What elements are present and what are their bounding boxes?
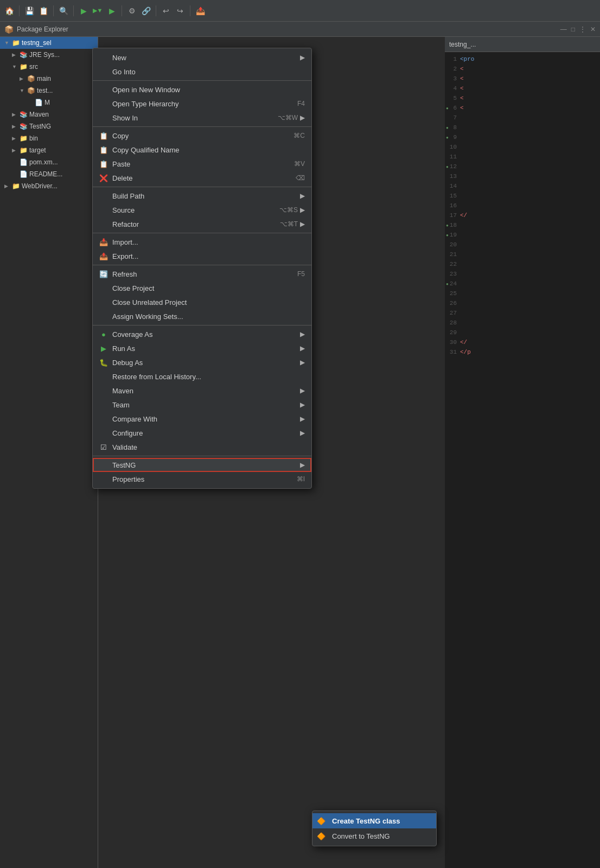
java-file-icon: 📄 (34, 99, 43, 106)
panel-maximize-icon[interactable]: □ (571, 25, 575, 33)
tree-label: README... (29, 170, 62, 178)
tree-item-pom[interactable]: 📄 pom.xm... (0, 156, 98, 168)
editor-line: 10 (445, 142, 600, 152)
chevron-right-icon: ▶ (12, 124, 17, 129)
panel-close-icon[interactable]: ✕ (590, 25, 596, 33)
tree-item-m[interactable]: 📄 M (0, 97, 98, 108)
line-number: 1 (445, 56, 460, 62)
menu-item-export[interactable]: 📤 Export... (93, 249, 311, 263)
toolbar-home-icon[interactable]: 🏠 (3, 5, 15, 17)
package-icon: 📦 (27, 87, 35, 94)
tree-item-target[interactable]: ▶ 📁 target (0, 144, 98, 156)
submenu-item-create-testng-class[interactable]: 🔶 Create TestNG class (312, 813, 436, 828)
menu-item-copy[interactable]: 📋 Copy ⌘C (93, 129, 311, 143)
chevron-right-icon: ▶ (12, 136, 17, 141)
toolbar-clipboard-icon[interactable]: 📋 (37, 5, 49, 17)
menu-item-paste[interactable]: 📋 Paste ⌘V (93, 157, 311, 171)
menu-item-open-new-window[interactable]: Open in New Window (93, 82, 311, 97)
tree-item-webdriver[interactable]: ▶ 📁 WebDriver... (0, 180, 98, 192)
menu-sep (93, 325, 311, 326)
toolbar-run3-icon[interactable]: ▶ (106, 5, 118, 17)
toolbar-back-icon[interactable]: ↩ (160, 5, 172, 17)
editor-tab[interactable]: testng_... (445, 37, 600, 52)
menu-label: Maven (112, 387, 133, 395)
toolbar-search-icon[interactable]: 🔍 (58, 5, 69, 17)
arrow-icon: ▶ (300, 401, 305, 409)
menu-item-delete[interactable]: ❌ Delete ⌫ (93, 171, 311, 185)
tree-item-src[interactable]: ▼ 📁 src (0, 61, 98, 73)
menu-item-source[interactable]: Source ⌥⌘S ▶ (93, 203, 311, 217)
menu-item-new[interactable]: New ▶ (93, 50, 311, 65)
menu-item-close-unrelated[interactable]: Close Unrelated Project (93, 295, 311, 309)
line-code: < (460, 95, 464, 101)
toolbar-export-icon[interactable]: 📤 (194, 5, 206, 17)
refresh-icon: 🔄 (98, 270, 109, 278)
line-number: 20 (445, 241, 460, 248)
menu-item-build-path[interactable]: Build Path ▶ (93, 189, 311, 203)
panel-minimize-icon[interactable]: — (560, 25, 567, 33)
panel-title: Package Explorer (17, 25, 557, 33)
menu-item-debug-as[interactable]: 🐛 Debug As ▶ (93, 355, 311, 369)
menu-sep (93, 80, 311, 81)
shortcut-label: ⌥⌘W (278, 114, 298, 122)
tree-item-main[interactable]: ▶ 📦 main (0, 73, 98, 85)
tree-item-maven[interactable]: ▶ 📚 Maven (0, 108, 98, 120)
toolbar-build-icon[interactable]: ⚙ (126, 5, 138, 17)
editor-line: 30</ (445, 337, 600, 347)
menu-item-assign-working-sets[interactable]: Assign Working Sets... (93, 309, 311, 323)
menu-item-properties[interactable]: Properties ⌘I (93, 472, 311, 486)
menu-item-restore-local-history[interactable]: Restore from Local History... (93, 369, 311, 384)
toolbar-save-icon[interactable]: 💾 (23, 5, 35, 17)
export-icon: 📤 (98, 252, 109, 260)
folder-icon: 📁 (19, 63, 28, 71)
submenu-label: Convert to TestNG (332, 832, 390, 840)
menu-label: Open Type Hierarchy (112, 100, 179, 108)
submenu-item-convert-to-testng[interactable]: 🔶 Convert to TestNG (312, 828, 436, 844)
submenu-label: Create TestNG class (332, 817, 400, 825)
toolbar-run2-icon[interactable]: ▶▼ (92, 5, 104, 17)
menu-item-show-in[interactable]: Show In ⌥⌘W ▶ (93, 111, 311, 125)
menu-item-validate[interactable]: ☑ Validate (93, 440, 311, 454)
arrow-icon: ▶ (300, 461, 305, 469)
menu-label: Delete (112, 174, 133, 182)
toolbar-run-icon[interactable]: ▶ (78, 5, 90, 17)
tree-item-testng[interactable]: ▶ 📚 TestNG (0, 120, 98, 132)
menu-item-copy-qualified[interactable]: 📋 Copy Qualified Name (93, 143, 311, 157)
arrow-icon: ▶ (300, 359, 305, 366)
menu-item-maven[interactable]: Maven ▶ (93, 384, 311, 398)
menu-label: Close Unrelated Project (112, 298, 187, 307)
panel-header-actions: — □ ⋮ ✕ (560, 25, 596, 33)
menu-item-team[interactable]: Team ▶ (93, 398, 311, 412)
menu-item-go-into[interactable]: Go Into (93, 65, 311, 79)
shortcut-label: ⌘V (294, 160, 305, 168)
menu-item-compare-with[interactable]: Compare With ▶ (93, 412, 311, 426)
menu-item-refresh[interactable]: 🔄 Refresh F5 (93, 267, 311, 281)
tree-label: WebDriver... (22, 182, 58, 190)
chevron-down-icon: ▼ (4, 40, 10, 46)
tree-item-testng-sel[interactable]: ▼ 📁 testng_sel (0, 37, 98, 49)
tree-item-bin[interactable]: ▶ 📁 bin (0, 132, 98, 144)
menu-item-run-as[interactable]: ▶ Run As ▶ (93, 341, 311, 355)
menu-label: Validate (112, 443, 137, 451)
line-number: 30 (445, 339, 460, 346)
menu-item-close-project[interactable]: Close Project (93, 281, 311, 295)
menu-item-testng[interactable]: TestNG ▶ (93, 458, 311, 472)
toolbar-forward-icon[interactable]: ↪ (174, 5, 186, 17)
menu-item-open-type-hierarchy[interactable]: Open Type Hierarchy F4 (93, 97, 311, 111)
line-code: < (460, 105, 464, 111)
menu-item-configure[interactable]: Configure ▶ (93, 426, 311, 440)
line-number: 19 (445, 232, 460, 238)
arrow-icon: ▶ (300, 344, 305, 352)
menu-item-import[interactable]: 📥 Import... (93, 235, 311, 249)
menu-label: Run As (112, 344, 135, 353)
arrow-icon: ▶ (300, 220, 305, 228)
tree-item-test[interactable]: ▼ 📦 test... (0, 85, 98, 97)
shortcut-label: F4 (297, 100, 305, 107)
menu-item-refactor[interactable]: Refactor ⌥⌘T ▶ (93, 217, 311, 231)
menu-label: Compare With (112, 415, 157, 423)
menu-item-coverage-as[interactable]: ● Coverage As ▶ (93, 327, 311, 341)
panel-menu-icon[interactable]: ⋮ (579, 25, 586, 33)
tree-item-readme[interactable]: 📄 README... (0, 168, 98, 180)
toolbar-link-icon[interactable]: 🔗 (140, 5, 152, 17)
tree-item-jre[interactable]: ▶ 📚 JRE Sys... (0, 49, 98, 61)
